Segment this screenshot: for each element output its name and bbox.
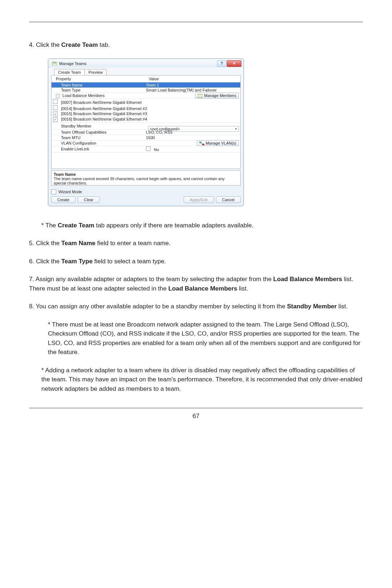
- team-name-label: Team Name: [52, 82, 144, 88]
- help-button[interactable]: ?: [217, 60, 226, 67]
- row-team-type[interactable]: Team Type Smart Load Balancing(TM) and F…: [52, 88, 240, 93]
- step-4: 4. Click the Create Team tab.: [29, 40, 363, 50]
- step-4-pre: 4. Click the: [29, 41, 61, 48]
- tab-create-team[interactable]: Create Team: [54, 69, 85, 75]
- row-adapter-0[interactable]: [0007] Broadcom NetXtreme Gigabit Ethern…: [52, 98, 240, 105]
- row-load-balance-members[interactable]: − Load Balance Members Manage Members: [52, 93, 240, 98]
- dialog-body: Create Team Preview Property Value: [48, 68, 244, 206]
- dialog-buttons: Create Clear Apply/Exit Cancel: [51, 196, 241, 203]
- mtu-label: Team MTU: [52, 135, 144, 140]
- step-6-post: field to select a team type.: [93, 258, 166, 265]
- manage-vlans-button[interactable]: Manage VLAN(s): [197, 140, 239, 146]
- close-button[interactable]: ✕: [227, 60, 241, 67]
- app-icon: [52, 62, 57, 65]
- vlan-label: VLAN Configuration: [52, 140, 144, 146]
- manage-members-button[interactable]: Manage Members: [195, 93, 239, 98]
- adapter-0-checkbox[interactable]: [53, 99, 58, 104]
- bottom-rule: [29, 408, 363, 408]
- standby-member-label: Standby Member: [52, 122, 144, 129]
- step-7-b2: Load Balance Members: [168, 285, 237, 292]
- adapter-1-checkbox[interactable]: [53, 105, 58, 110]
- step-7-pre: 7. Assign any available adapter or adapt…: [29, 276, 273, 283]
- step-5: 5. Click the Team Name field to enter a …: [29, 239, 363, 248]
- step-8-pre: 8. You can assign any other available ad…: [29, 303, 287, 310]
- adapter-0-label: [0007] Broadcom NetXtreme Gigabit Ethern…: [61, 100, 142, 105]
- col-header-value: Value: [144, 76, 240, 82]
- livelink-label: Enable LiveLink: [52, 146, 144, 152]
- step-8-note-2: * Adding a network adapter to a team whe…: [29, 366, 363, 394]
- dialog-title: Manage Teams: [59, 61, 86, 66]
- standby-member-dropdown[interactable]: <not configured> ▼: [148, 126, 239, 132]
- standby-member-value: <not configured>: [148, 126, 233, 131]
- properties-panel: Property Value Team Name Team 1 Team Typ…: [51, 75, 241, 169]
- svg-rect-3: [199, 142, 201, 143]
- adapter-3-checkbox[interactable]: ✓: [53, 117, 58, 122]
- offload-label: Team Offload Capabilities: [52, 129, 144, 135]
- team-name-value[interactable]: Team 1: [144, 82, 240, 88]
- step-8-post: list.: [337, 303, 348, 310]
- screenshot-manage-teams: Manage Teams ? ✕ Create Team Preview Pro…: [48, 58, 244, 206]
- adapter-1-label: [0014] Broadcom NetXtreme Gigabit Ethern…: [61, 106, 147, 111]
- apply-exit-button[interactable]: Apply/Exit: [184, 196, 214, 203]
- dialog-tabs: Create Team Preview: [54, 69, 241, 75]
- step-6: 6. Click the Team Type field to select a…: [29, 257, 363, 266]
- hint-body: The team name cannot exceed 39 character…: [54, 177, 238, 185]
- livelink-checkbox[interactable]: [146, 146, 151, 151]
- svg-rect-2: [197, 94, 203, 97]
- chevron-down-icon[interactable]: ▼: [233, 126, 238, 131]
- wizard-mode-checkbox[interactable]: [51, 189, 56, 194]
- step-5-bold: Team Name: [61, 240, 95, 247]
- row-vlan[interactable]: VLAN Configuration Manage VLAN(s): [52, 140, 240, 146]
- row-enable-livelink[interactable]: Enable LiveLink No: [52, 146, 240, 152]
- step-5-pre: 5. Click the: [29, 240, 61, 247]
- row-adapter-2[interactable]: ✓ [0015] Broadcom NetXtreme Gigabit Ethe…: [52, 111, 240, 117]
- step-6-pre: 6. Click the: [29, 258, 61, 265]
- lbm-label: Load Balance Members: [62, 93, 105, 98]
- svg-rect-4: [202, 144, 204, 145]
- adapter-3-label: [0016] Broadcom NetXtreme Gigabit Ethern…: [61, 117, 147, 121]
- tab-preview[interactable]: Preview: [85, 69, 107, 75]
- step-4-note: * The Create Team tab appears only if th…: [29, 221, 363, 230]
- team-type-label: Team Type: [52, 88, 144, 93]
- step-8: 8. You can assign any other available ad…: [29, 302, 363, 311]
- clear-button[interactable]: Clear: [78, 196, 99, 203]
- svg-line-5: [200, 143, 203, 144]
- page-number: 67: [29, 413, 363, 420]
- hint-panel: Team Name The team name cannot exceed 39…: [51, 170, 241, 186]
- step-5-post: field to enter a team name.: [95, 240, 171, 247]
- step-7-post: list.: [237, 285, 248, 292]
- step-7: 7. Assign any available adapter or adapt…: [29, 275, 363, 293]
- cancel-button[interactable]: Cancel: [216, 196, 241, 203]
- step-4-post: tab.: [98, 41, 110, 48]
- row-adapter-1[interactable]: [0014] Broadcom NetXtreme Gigabit Ethern…: [52, 105, 240, 111]
- manage-vlans-label: Manage VLAN(s): [206, 141, 236, 145]
- step-4-note-bold: Create Team: [58, 222, 94, 229]
- adapter-2-checkbox[interactable]: ✓: [53, 111, 58, 116]
- livelink-value: No: [154, 147, 159, 152]
- row-standby-member[interactable]: Standby Member <not configured> ▼: [52, 122, 240, 129]
- manage-members-label: Manage Members: [204, 93, 236, 98]
- row-mtu[interactable]: Team MTU 1500: [52, 135, 240, 140]
- step-6-bold: Team Type: [61, 258, 93, 265]
- vlan-icon: [199, 142, 204, 145]
- col-header-property: Property: [52, 76, 144, 82]
- wizard-mode-row[interactable]: Wizard Mode: [51, 189, 241, 194]
- team-type-value[interactable]: Smart Load Balancing(TM) and Failover: [144, 88, 240, 93]
- row-team-name[interactable]: Team Name Team 1: [52, 82, 240, 88]
- tree-collapse-icon[interactable]: −: [56, 94, 60, 98]
- create-button[interactable]: Create: [51, 196, 75, 203]
- step-4-note-post: tab appears only if there are teamable a…: [94, 222, 254, 229]
- svg-rect-0: [52, 62, 57, 65]
- step-4-note-pre: * The: [41, 222, 58, 229]
- dialog-manage-teams: Manage Teams ? ✕ Create Team Preview Pro…: [48, 58, 244, 206]
- step-8-note-1: * There must be at least one Broadcom ne…: [29, 320, 363, 357]
- hint-title: Team Name: [54, 172, 238, 177]
- step-8-bold: Standby Member: [287, 303, 337, 310]
- network-card-icon: [197, 94, 203, 98]
- mtu-value[interactable]: 1500: [144, 135, 240, 140]
- row-adapter-3[interactable]: ✓ [0016] Broadcom NetXtreme Gigabit Ethe…: [52, 117, 240, 122]
- wizard-mode-label: Wizard Mode: [58, 190, 82, 194]
- adapter-2-label: [0015] Broadcom NetXtreme Gigabit Ethern…: [61, 111, 147, 116]
- svg-rect-1: [53, 62, 56, 63]
- dialog-titlebar: Manage Teams ? ✕: [48, 59, 244, 68]
